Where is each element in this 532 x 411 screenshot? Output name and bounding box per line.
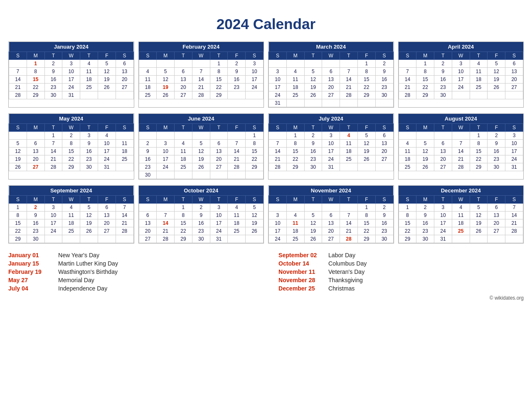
holiday-date: September 02 xyxy=(278,252,324,258)
calendar-day: 11 xyxy=(399,148,416,155)
holiday-row: July 04Independence Day xyxy=(8,284,254,293)
calendar-day: 29 xyxy=(357,235,375,243)
calendar-day: 11 xyxy=(228,212,246,219)
calendar-day: 7 xyxy=(269,140,287,148)
copyright: © wikidates.org xyxy=(8,295,524,301)
calendar-day xyxy=(286,204,304,212)
calendar-day: 7 xyxy=(340,68,358,76)
weekday-header: S xyxy=(505,124,523,132)
calendar-day: 25 xyxy=(139,91,157,99)
calendar-day: 27 xyxy=(139,235,157,243)
calendar-day: 5 xyxy=(416,140,434,148)
calendar-day: 2 xyxy=(488,132,505,140)
weekday-header: F xyxy=(357,124,375,132)
calendar-day xyxy=(157,60,175,68)
calendar-day: 16 xyxy=(139,155,157,163)
calendar-day: 10 xyxy=(434,212,452,219)
calendar-day: 12 xyxy=(80,212,98,219)
calendar-day: 26 xyxy=(357,155,375,163)
weekday-header: S xyxy=(269,124,287,132)
holiday-name: Wasthington's Birthday xyxy=(58,268,118,275)
weekday-header: S xyxy=(505,196,523,204)
calendar-day: 18 xyxy=(470,76,488,84)
calendar-day xyxy=(62,235,80,243)
calendar-day: 11 xyxy=(452,212,470,219)
calendar-day: 31 xyxy=(505,163,523,171)
calendar-day: 2 xyxy=(27,204,44,212)
calendar-day: 23 xyxy=(192,227,210,235)
holiday-row: October 14Columbus Day xyxy=(278,259,524,268)
calendar-day xyxy=(228,132,246,140)
calendar-day: 20 xyxy=(322,227,340,235)
calendar-day: 6 xyxy=(139,212,157,219)
calendar-day: 15 xyxy=(470,148,488,155)
weekday-header: F xyxy=(357,52,375,60)
calendar-day: 22 xyxy=(470,155,488,163)
weekday-header: W xyxy=(192,196,210,204)
weekday-header: W xyxy=(322,52,340,60)
calendar-day: 10 xyxy=(269,219,287,227)
weekday-header: S xyxy=(399,124,416,132)
calendar-day: 8 xyxy=(357,68,375,76)
calendar-day: 30 xyxy=(80,163,98,171)
calendar-day xyxy=(116,132,133,140)
calendar-day: 12 xyxy=(98,68,116,76)
calendar-day: 9 xyxy=(44,68,62,76)
month-header: April 2024 xyxy=(399,42,523,52)
calendar-day: 21 xyxy=(44,155,62,163)
weekday-header: S xyxy=(116,52,133,60)
calendar-day: 27 xyxy=(27,163,44,171)
calendar-day xyxy=(116,163,133,171)
calendar-day: 19 xyxy=(80,219,98,227)
month-block: September 2024SMTWTFS1234567891011121314… xyxy=(8,185,134,244)
calendar-day xyxy=(210,132,228,140)
calendar-day: 4 xyxy=(286,68,304,76)
calendar-day: 22 xyxy=(357,227,375,235)
calendar-day: 10 xyxy=(246,68,264,76)
calendar-day: 14 xyxy=(192,76,210,84)
month-block: June 2024SMTWTFS123456789101112131415161… xyxy=(138,113,264,180)
calendar-day: 24 xyxy=(269,235,287,243)
calendar-day: 17 xyxy=(98,148,116,155)
weekday-header: F xyxy=(98,124,116,132)
calendar-day: 14 xyxy=(399,76,416,84)
calendar-day xyxy=(192,60,210,68)
calendar-day: 10 xyxy=(62,68,80,76)
weekday-header: W xyxy=(62,124,80,132)
calendar-day: 16 xyxy=(44,76,62,84)
calendar-day: 5 xyxy=(192,140,210,148)
calendar-day: 27 xyxy=(505,84,523,91)
page-title: 2024 Calendar xyxy=(217,16,316,32)
weekday-header: T xyxy=(304,52,322,60)
calendar-day xyxy=(452,132,470,140)
calendar-day: 17 xyxy=(505,148,523,155)
month-header: July 2024 xyxy=(269,114,394,124)
calendar-day: 30 xyxy=(416,235,434,243)
calendar-day: 30 xyxy=(488,163,505,171)
calendar-day: 4 xyxy=(228,204,246,212)
weekday-header: M xyxy=(27,124,44,132)
calendar-day: 15 xyxy=(9,219,27,227)
calendar-day: 15 xyxy=(210,76,228,84)
calendar-day: 14 xyxy=(9,76,27,84)
calendar-day: 19 xyxy=(246,219,264,227)
calendar-day: 4 xyxy=(98,132,116,140)
calendar-day xyxy=(399,60,416,68)
calendar-day: 29 xyxy=(9,235,27,243)
calendar-day: 16 xyxy=(27,219,44,227)
calendar-day: 29 xyxy=(416,91,434,99)
calendar-day xyxy=(269,204,287,212)
calendar-day: 14 xyxy=(505,212,523,219)
calendar-day: 12 xyxy=(9,148,27,155)
calendar-day: 10 xyxy=(157,148,175,155)
calendar-day: 21 xyxy=(116,219,133,227)
weekday-header: T xyxy=(80,52,98,60)
calendar-day: 12 xyxy=(416,148,434,155)
calendar-day: 19 xyxy=(304,227,322,235)
weekday-header: T xyxy=(304,124,322,132)
calendar-day: 6 xyxy=(322,212,340,219)
calendar-day: 14 xyxy=(452,148,470,155)
calendar-day: 24 xyxy=(452,84,470,91)
weekday-header: M xyxy=(286,52,304,60)
weekday-header: W xyxy=(62,52,80,60)
